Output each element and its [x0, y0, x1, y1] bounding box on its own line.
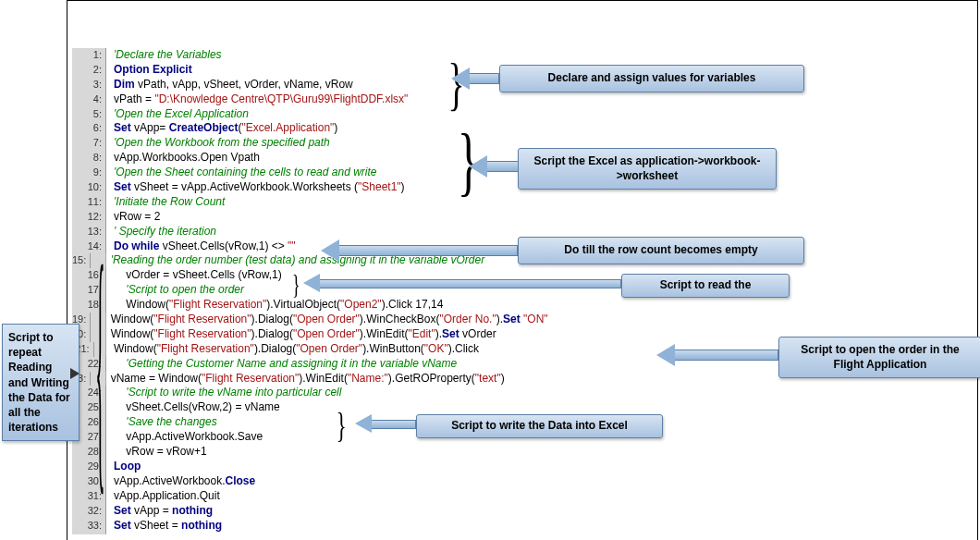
callout-write-text: Script to write the Data into Excel	[451, 419, 628, 432]
code-text: Set vSheet = nothing	[106, 519, 222, 534]
line-number: 7:	[72, 136, 106, 151]
code-line: 25: vSheet.Cells(vRow,2) = vName	[72, 400, 479, 415]
code-line: 12:vRow = 2	[72, 210, 479, 225]
code-text: Window("Flight Reservation").Dialog("Ope…	[94, 342, 479, 357]
code-line: 21: Window("Flight Reservation").Dialog(…	[72, 342, 479, 357]
code-line: 19: Window("Flight Reservation").Dialog(…	[72, 313, 479, 327]
arrow-3	[337, 245, 518, 256]
brace-3: }	[292, 268, 300, 300]
code-area: 1:'Declare the Variables2:Option Explici…	[72, 48, 479, 533]
code-text: 'Open the Workbook from the specified pa…	[106, 136, 330, 151]
code-line: 18: Window("Flight Reservation").Virtual…	[72, 298, 479, 313]
arrow-3-head	[321, 239, 339, 262]
code-text: Set vSheet = vApp.ActiveWorkbook.Workshe…	[106, 180, 405, 195]
code-text: 'Initiate the Row Count	[106, 195, 225, 210]
code-line: 30:vApp.ActiveWorkbook.Close	[72, 474, 479, 489]
arrow-1	[468, 73, 499, 84]
line-number: 8:	[72, 151, 106, 166]
line-number: 5:	[72, 107, 106, 122]
callout-excel-text: Script the Excel as application->workboo…	[533, 154, 760, 182]
arrow-4-head	[303, 274, 320, 292]
code-text: 'Declare the Variables	[106, 48, 222, 63]
code-text: vSheet.Cells(vRow,2) = vName	[106, 400, 280, 415]
line-number: 15:	[72, 253, 91, 268]
callout-excel: Script the Excel as application->workboo…	[518, 148, 777, 190]
line-number: 6:	[72, 121, 106, 136]
code-text: Window("Flight Reservation").Dialog("Ope…	[91, 313, 547, 327]
code-line: 24: 'Script to write the vName into part…	[72, 386, 479, 400]
code-text: Loop	[106, 460, 141, 474]
code-line: 11:'Initiate the Row Count	[72, 195, 479, 210]
code-text: Option Explicit	[106, 63, 192, 78]
callout-declare-text: Declare and assign values for variables	[548, 71, 756, 84]
code-text: vApp.Application.Quit	[106, 489, 220, 504]
code-text: vName = Window("Flight Reservation").Win…	[91, 372, 504, 387]
code-text: 'Getting the Customer Name and assigning…	[106, 357, 457, 372]
line-number: 1:	[72, 48, 106, 63]
code-text: Window("Flight Reservation").VirtualObje…	[106, 298, 443, 313]
arrow-4	[319, 279, 621, 288]
code-text: 'Save the changes	[106, 415, 217, 430]
code-text: Set vApp= CreateObject("Excel.Applicatio…	[106, 121, 337, 136]
code-line: 22: 'Getting the Customer Name and assig…	[72, 357, 479, 372]
code-text: vApp.Workbooks.Open Vpath	[106, 151, 260, 166]
code-line: 13:' Specify the iteration	[72, 225, 479, 239]
code-text: Dim vPath, vApp, vSheet, vOrder, vName, …	[106, 78, 353, 92]
line-number: 11:	[72, 195, 106, 210]
code-text: 'Open the Sheet containing the cells to …	[106, 166, 376, 180]
callout-openorder: Script to open the order in the Flight A…	[778, 337, 980, 378]
code-text: 'Script to write the vName into particul…	[106, 386, 341, 400]
code-text: 'Open the Excel Application	[106, 107, 249, 122]
code-text: vPath = "D:\Knowledge Centre\QTP\Guru99\…	[106, 92, 408, 107]
code-line: 10:Set vSheet = vApp.ActiveWorkbook.Work…	[72, 180, 479, 195]
arrow-5	[673, 350, 778, 361]
code-line: 2:Option Explicit	[72, 63, 479, 78]
code-text: vApp.ActiveWorkbook.Save	[106, 430, 263, 445]
side-callout: Script to repeat Reading and Writing the…	[2, 324, 80, 441]
callout-read: Script to read the	[621, 274, 790, 298]
brace-4: }	[337, 405, 347, 446]
code-line: 9:'Open the Sheet containing the cells t…	[72, 166, 479, 180]
code-line: 32:Set vApp = nothing	[72, 504, 479, 519]
code-line: 8:vApp.Workbooks.Open Vpath	[72, 151, 479, 166]
code-text: Set vApp = nothing	[106, 504, 213, 519]
code-line: 33:Set vSheet = nothing	[72, 519, 479, 534]
code-line: 5:'Open the Excel Application	[72, 107, 479, 122]
arrow-2-head	[469, 155, 487, 178]
callout-openorder-text: Script to open the order in the Flight A…	[801, 343, 959, 371]
code-line: 20: Window("Flight Reservation").Dialog(…	[72, 327, 479, 342]
callout-declare: Declare and assign values for variables	[499, 65, 804, 92]
arrow-6-head	[355, 414, 372, 433]
callout-dowhile: Do till the row count becomes empty	[518, 237, 804, 264]
code-text: vOrder = vSheet.Cells (vRow,1)	[106, 268, 282, 283]
code-text: Window("Flight Reservation").Dialog("Ope…	[91, 327, 496, 342]
callout-write: Script to write the Data into Excel	[416, 414, 663, 438]
code-line: 23: vName = Window("Flight Reservation")…	[72, 372, 479, 387]
code-line: 3:Dim vPath, vApp, vSheet, vOrder, vName…	[72, 78, 479, 92]
line-number: 2:	[72, 63, 106, 78]
line-number: 4:	[72, 92, 106, 107]
line-number: 33:	[72, 519, 106, 534]
callout-dowhile-text: Do till the row count becomes empty	[564, 243, 757, 256]
arrow-1-head	[451, 68, 470, 90]
code-text: vRow = 2	[106, 210, 160, 225]
code-line: 7:'Open the Workbook from the specified …	[72, 136, 479, 151]
code-line: 4:vPath = "D:\Knowledge Centre\QTP\Guru9…	[72, 92, 479, 107]
code-text: vRow = vRow+1	[106, 445, 207, 460]
arrow-2	[485, 161, 519, 172]
line-number: 9:	[72, 166, 106, 180]
code-text: 'Script to open the order	[106, 283, 244, 298]
arrow-side-head	[70, 368, 80, 379]
arrow-6	[370, 420, 416, 429]
line-number: 3:	[72, 78, 106, 92]
code-line: 31:vApp.Application.Quit	[72, 489, 479, 504]
code-text: Do while vSheet.Cells(vRow,1) <> ""	[106, 239, 296, 254]
code-line: 28: vRow = vRow+1	[72, 445, 479, 460]
arrow-5-head	[656, 344, 675, 366]
code-line: 6:Set vApp= CreateObject("Excel.Applicat…	[72, 121, 479, 136]
code-line: 1:'Declare the Variables	[72, 48, 479, 63]
code-text: ' Specify the iteration	[106, 225, 216, 239]
side-callout-text: Script to repeat Reading and Writing the…	[8, 331, 70, 434]
code-text: vApp.ActiveWorkbook.Close	[106, 474, 255, 489]
line-number: 10:	[72, 180, 106, 195]
